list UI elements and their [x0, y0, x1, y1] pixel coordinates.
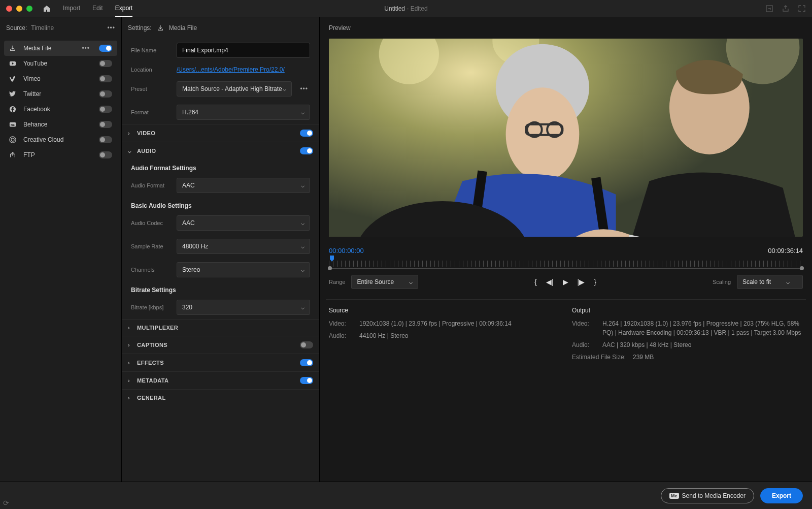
maximize-window[interactable]	[26, 6, 32, 12]
edited-indicator: - Edited	[407, 5, 427, 12]
section-captions[interactable]: ›CAPTIONS	[122, 336, 319, 354]
preview-header: Preview	[326, 17, 806, 39]
captions-toggle[interactable]	[300, 341, 313, 348]
in-point-marker[interactable]	[328, 266, 332, 270]
facebook-icon	[9, 106, 17, 113]
tab-edit[interactable]: Edit	[92, 1, 103, 17]
chevron-right-icon: ›	[128, 377, 133, 384]
titlebar: Import Edit Export Untitled - Edited	[0, 0, 812, 17]
channels-select[interactable]: Stereo⌵	[177, 262, 310, 277]
destination-media-file[interactable]: Media File•••	[4, 41, 117, 56]
destination-label: FTP	[23, 151, 93, 158]
destination-more-icon[interactable]: •••	[82, 45, 90, 52]
section-effects-label: EFFECTS	[137, 360, 164, 366]
destination-toggle[interactable]	[99, 45, 112, 52]
audio-format-label: Audio Format	[131, 182, 171, 188]
format-select[interactable]: H.264 ⌵	[177, 105, 310, 120]
destination-behance[interactable]: BēBehance	[4, 117, 117, 132]
bitrate-select[interactable]: 320⌵	[177, 300, 310, 315]
youtube-icon	[9, 60, 17, 67]
mark-out-icon[interactable]: }	[594, 278, 596, 286]
section-multiplexer[interactable]: ›MULTIPLEXER	[122, 320, 319, 336]
home-icon[interactable]	[43, 5, 51, 13]
section-captions-label: CAPTIONS	[137, 342, 167, 348]
sample-rate-label: Sample Rate	[131, 243, 171, 249]
scaling-select[interactable]: Scale to fit⌵	[737, 275, 803, 289]
file-name-input[interactable]	[177, 43, 310, 58]
destination-youtube[interactable]: YouTube	[4, 56, 117, 71]
chevron-down-icon: ⌵	[301, 219, 304, 227]
current-timecode[interactable]: 00:00:00:00	[329, 247, 364, 254]
media-encoder-icon: Me	[669, 493, 679, 499]
source-audio-value: 44100 Hz | Stereo	[359, 331, 560, 340]
section-general-label: GENERAL	[137, 395, 166, 401]
export-button[interactable]: Export	[760, 488, 803, 503]
destination-toggle[interactable]	[99, 151, 112, 158]
out-point-marker[interactable]	[800, 266, 804, 270]
preview-panel: Preview	[320, 17, 812, 482]
estimated-size-label: Estimated File Size:	[572, 353, 628, 362]
destination-twitter[interactable]: Twitter	[4, 86, 117, 102]
preset-select[interactable]: Match Source - Adaptive High Bitrate ⌵	[177, 81, 292, 97]
destination-facebook[interactable]: Facebook	[4, 102, 117, 117]
effects-toggle[interactable]	[300, 359, 313, 366]
chevron-down-icon: ⌵	[283, 85, 286, 92]
mark-in-icon[interactable]: {	[534, 278, 537, 286]
close-window[interactable]	[6, 6, 12, 12]
section-video[interactable]: › VIDEO	[122, 124, 319, 142]
play-icon[interactable]: ▶	[563, 278, 568, 286]
minimize-window[interactable]	[16, 6, 22, 12]
twitter-icon	[9, 90, 17, 98]
audio-format-settings-heading: Audio Format Settings	[122, 160, 319, 174]
tab-export[interactable]: Export	[115, 1, 133, 17]
preset-label: Preset	[131, 86, 171, 92]
destination-ftp[interactable]: FTP	[4, 147, 117, 163]
section-effects[interactable]: ›EFFECTS	[122, 354, 319, 371]
step-back-icon[interactable]: ◀|	[546, 278, 554, 286]
source-audio-label: Audio:	[329, 331, 354, 340]
preview-video-frame[interactable]	[329, 39, 803, 237]
sample-rate-select[interactable]: 48000 Hz⌵	[177, 239, 310, 254]
section-general[interactable]: ›GENERAL	[122, 390, 319, 406]
destination-label: Creative Cloud	[23, 136, 93, 143]
bitrate-settings-heading: Bitrate Settings	[122, 281, 319, 296]
destination-toggle[interactable]	[99, 136, 112, 143]
audio-codec-select[interactable]: AAC⌵	[177, 215, 310, 231]
channels-label: Channels	[131, 267, 171, 273]
destination-toggle[interactable]	[99, 106, 112, 113]
window-controls	[6, 6, 32, 12]
video-toggle[interactable]	[300, 130, 313, 137]
tab-import[interactable]: Import	[63, 1, 80, 17]
settings-panel: Settings: Media File File Name Location …	[122, 17, 320, 482]
step-forward-icon[interactable]: |▶	[578, 278, 585, 286]
preset-more-icon[interactable]: •••	[298, 85, 310, 92]
destination-vimeo[interactable]: Vimeo	[4, 71, 117, 86]
channels-value: Stereo	[182, 266, 200, 273]
share-icon[interactable]	[782, 5, 790, 13]
source-more-icon[interactable]: •••	[107, 24, 115, 31]
audio-format-select[interactable]: AAC⌵	[177, 178, 310, 193]
destination-toggle[interactable]	[99, 60, 112, 67]
range-select[interactable]: Entire Source⌵	[351, 275, 418, 289]
destination-toggle[interactable]	[99, 121, 112, 128]
timeline-ruler[interactable]	[329, 258, 803, 269]
settings-label: Settings:	[128, 24, 152, 31]
source-value[interactable]: Timeline	[31, 24, 54, 31]
destination-list: Media File•••YouTubeVimeoTwitterFacebook…	[0, 39, 121, 165]
sync-status-icon[interactable]: ⟳	[3, 499, 9, 507]
transport-controls: { ◀| ▶ |▶ }	[424, 278, 706, 286]
metadata-toggle[interactable]	[300, 377, 313, 384]
destination-toggle[interactable]	[99, 90, 112, 98]
destination-toggle[interactable]	[99, 75, 112, 82]
send-to-media-encoder-button[interactable]: Me Send to Media Encoder	[661, 488, 754, 503]
location-link[interactable]: /Users/...ents/Adobe/Premiere Pro/22.0/	[177, 66, 285, 73]
output-video-value: H.264 | 1920x1038 (1.0) | 23.976 fps | P…	[602, 319, 803, 337]
chevron-right-icon: ›	[128, 325, 133, 331]
section-audio[interactable]: ⌵ AUDIO	[122, 142, 319, 160]
audio-toggle[interactable]	[300, 147, 313, 154]
quick-export-icon[interactable]	[765, 5, 773, 13]
destination-creative-cloud[interactable]: Creative Cloud	[4, 132, 117, 147]
send-label: Send to Media Encoder	[682, 492, 746, 499]
section-metadata[interactable]: ›METADATA	[122, 372, 319, 389]
fullscreen-icon[interactable]	[798, 5, 806, 13]
